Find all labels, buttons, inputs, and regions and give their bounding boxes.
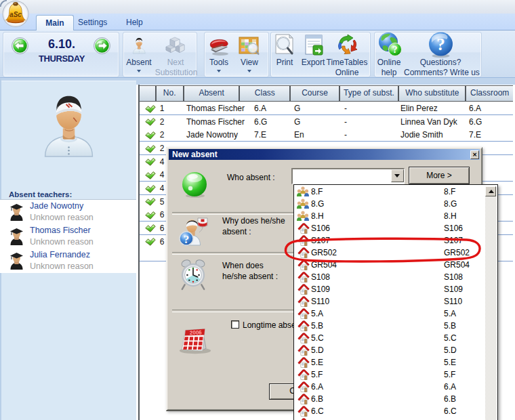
svg-text:?: ?: [436, 35, 445, 54]
svg-text:?: ?: [184, 233, 190, 246]
svg-text:2006: 2006: [190, 329, 203, 336]
svg-text:aSc: aSc: [9, 11, 22, 18]
svg-text:?: ?: [393, 45, 398, 55]
